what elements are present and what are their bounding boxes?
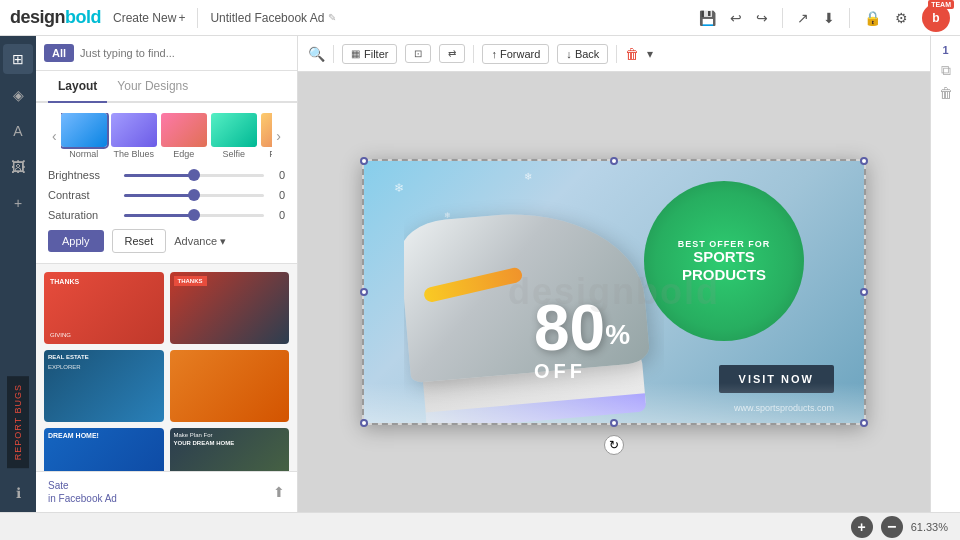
sate-label[interactable]: Sate [48, 480, 117, 491]
filter-edge-thumb[interactable] [161, 113, 207, 147]
contrast-track[interactable] [124, 194, 264, 197]
apply-button[interactable]: Apply [48, 230, 104, 252]
search-bar: All [36, 36, 297, 71]
brightness-track[interactable] [124, 174, 264, 177]
canvas-frame[interactable]: ❄ ❄ ❄ ❄ [362, 159, 866, 425]
flip-tool-button[interactable]: ⇄ [439, 44, 465, 63]
divider2 [849, 8, 850, 28]
panel: All Layout Your Designs ‹ Normal [36, 36, 298, 512]
sidebar-grid-icon[interactable]: ⊞ [3, 44, 33, 74]
handle-tr[interactable] [860, 157, 868, 165]
handle-tl[interactable] [360, 157, 368, 165]
delete-page-icon[interactable]: 🗑 [939, 85, 953, 101]
create-new-button[interactable]: Create New + [113, 11, 185, 25]
handle-bl[interactable] [360, 419, 368, 427]
left-sidebar: ⊞ ◈ A 🖼 + REPORT BUGS ℹ [0, 36, 36, 512]
handle-ml[interactable] [360, 288, 368, 296]
handle-br[interactable] [860, 419, 868, 427]
zoom-level: 61.33% [911, 521, 948, 533]
right-sidebar: 1 ⧉ 🗑 [930, 36, 960, 512]
discount-off: OFF [534, 360, 630, 383]
report-bugs-button[interactable]: REPORT BUGS [7, 376, 29, 468]
tab-your-designs[interactable]: Your Designs [107, 71, 198, 103]
filter-selfie-thumb[interactable] [211, 113, 257, 147]
copy-page-icon[interactable]: ⧉ [941, 62, 951, 79]
in-facebook-ad-label[interactable]: in Facebook Ad [48, 493, 117, 504]
divider [782, 8, 783, 28]
filter-normal-thumb[interactable] [61, 113, 107, 147]
template-6[interactable]: Make Plan For YOUR DREAM HOME [170, 428, 290, 471]
filter-normal[interactable]: Normal [61, 113, 107, 159]
page-number[interactable]: 1 [942, 44, 948, 56]
watermark: designbold [508, 271, 720, 313]
contrast-slider-row: Contrast 0 [48, 189, 285, 201]
handle-bc[interactable] [610, 419, 618, 427]
search-canvas-icon[interactable]: 🔍 [308, 46, 325, 62]
saturation-thumb[interactable] [188, 209, 200, 221]
sidebar-shapes-icon[interactable]: ◈ [3, 80, 33, 110]
download-icon[interactable]: ⬇ [823, 10, 835, 26]
sidebar-text-icon[interactable]: A [3, 116, 33, 146]
template-2[interactable]: THANKS [170, 272, 290, 344]
filter-edge[interactable]: Edge [161, 113, 207, 159]
settings-icon[interactable]: ⚙ [895, 10, 908, 26]
filter-tool-button[interactable]: ▦ Filter [342, 44, 397, 64]
filter-blues-thumb[interactable] [111, 113, 157, 147]
filter-buttons: Apply Reset Advance ▾ [48, 229, 285, 253]
crop-tool-button[interactable]: ⊡ [405, 44, 431, 63]
delete-button[interactable]: 🗑 [625, 46, 639, 62]
template-5[interactable]: DREAM HOME! [44, 428, 164, 471]
chevron-down-icon: ▾ [220, 235, 226, 248]
filter-prev-arrow[interactable]: ‹ [48, 128, 61, 144]
template-1[interactable]: THANKS GIVING [44, 272, 164, 344]
sidebar-image-icon[interactable]: 🖼 [3, 152, 33, 182]
filter-blues[interactable]: The Blues [111, 113, 157, 159]
sidebar-add-icon[interactable]: + [3, 188, 33, 218]
save-icon[interactable]: 💾 [699, 10, 716, 26]
lock-icon[interactable]: 🔒 [864, 10, 881, 26]
template-3[interactable]: REAL ESTATE EXPLORER [44, 350, 164, 422]
rotate-handle[interactable]: ↻ [604, 435, 624, 455]
avatar[interactable]: b TEAM [922, 4, 950, 32]
advance-button[interactable]: Advance ▾ [174, 235, 226, 248]
search-input[interactable] [80, 47, 289, 59]
template-grid: THANKS GIVING THANKS REAL ESTATE EXPLORE… [36, 264, 297, 471]
sidebar-info-icon[interactable]: ℹ [3, 478, 33, 508]
filter-festive-thumb[interactable] [261, 113, 273, 147]
more-options-button[interactable]: ▾ [647, 47, 653, 61]
back-button[interactable]: ↓ Back [557, 44, 608, 64]
share-icon[interactable]: ↗ [797, 10, 809, 26]
brightness-slider-row: Brightness 0 [48, 169, 285, 181]
forward-button[interactable]: ↑ Forward [482, 44, 549, 64]
upload-icon[interactable]: ⬆ [273, 484, 285, 500]
tab-layout[interactable]: Layout [48, 71, 107, 103]
saturation-track[interactable] [124, 214, 264, 217]
crop-icon: ⊡ [414, 48, 422, 59]
edit-title-icon[interactable]: ✎ [328, 12, 336, 23]
reset-button[interactable]: Reset [112, 229, 167, 253]
template-4[interactable] [170, 350, 290, 422]
redo-icon[interactable]: ↪ [756, 10, 768, 26]
all-filter-button[interactable]: All [44, 44, 74, 62]
filter-festive[interactable]: Festive [261, 113, 273, 159]
main-layout: ⊞ ◈ A 🖼 + REPORT BUGS ℹ All Layout Your … [0, 36, 960, 512]
discount-percent: % [605, 319, 630, 350]
filter-icon: ▦ [351, 48, 360, 59]
filter-panel: ‹ Normal The Blues [36, 103, 297, 264]
zoom-out-button[interactable]: − [881, 516, 903, 538]
contrast-thumb[interactable] [188, 189, 200, 201]
handle-mr[interactable] [860, 288, 868, 296]
filter-next-arrow[interactable]: › [272, 128, 285, 144]
panel-tabs: Layout Your Designs [36, 71, 297, 103]
filter-selfie[interactable]: Selfie [211, 113, 257, 159]
undo-icon[interactable]: ↩ [730, 10, 742, 26]
logo: designbold [10, 7, 101, 28]
zoom-in-button[interactable]: + [851, 516, 873, 538]
canvas-area: 🔍 ▦ Filter ⊡ ⇄ ↑ Forward ↓ Back 🗑 ▾ [298, 36, 930, 512]
brightness-thumb[interactable] [188, 169, 200, 181]
doc-title: Untitled Facebook Ad ✎ [210, 11, 336, 25]
handle-tc[interactable] [610, 157, 618, 165]
filter-items: Normal The Blues Edge [61, 113, 273, 159]
filter-thumbs: ‹ Normal The Blues [48, 113, 285, 159]
canvas-toolbar: 🔍 ▦ Filter ⊡ ⇄ ↑ Forward ↓ Back 🗑 ▾ [298, 36, 930, 72]
